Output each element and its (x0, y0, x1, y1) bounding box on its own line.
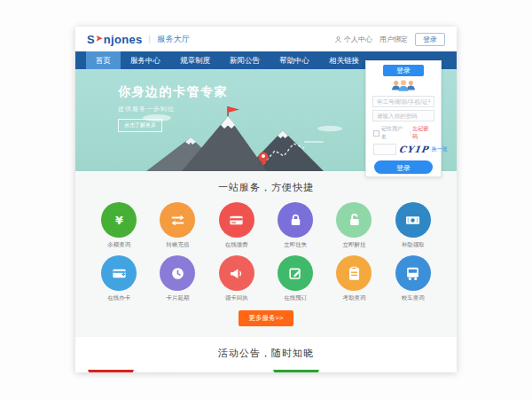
service-item-6[interactable]: 在线办卡 (90, 255, 148, 302)
svg-text:¥: ¥ (115, 213, 123, 226)
logo-text-prefix: S (87, 33, 95, 46)
service-item-label: 在线缴费 (207, 241, 266, 249)
page: S➤njones | 服务大厅 个人中心 用户绑定 登录 首页服务中心规章制度新… (75, 27, 457, 372)
service-item-label: 考勤查询 (325, 294, 383, 302)
login-submit-button[interactable]: 登录 (374, 160, 433, 174)
header-login-button[interactable]: 登录 (415, 33, 445, 46)
edit-icon (278, 255, 313, 291)
user-bind-link[interactable]: 用户绑定 (379, 35, 408, 44)
logo-divider: | (149, 35, 152, 43)
banknote-icon (395, 202, 431, 238)
services-grid: ¥余额查询转账充值在线缴费立即挂失立即解挂补助领取在线办卡卡片延期领卡回执在线预… (75, 202, 457, 302)
hero-subtitle: 提供服务一步到位 (118, 105, 228, 113)
personal-center-link[interactable]: 个人中心 (334, 35, 372, 44)
more-services-button[interactable]: 更多服务>> (239, 310, 294, 326)
login-tab[interactable]: 登录 (383, 65, 424, 76)
announcements-left-column: 使用指南 最新公告 更多>> (88, 368, 259, 372)
captcha-image[interactable]: CY1P (398, 145, 429, 154)
service-item-label: 立即挂失 (266, 241, 325, 249)
username-input[interactable] (372, 96, 434, 107)
megaphone-icon (219, 255, 254, 291)
bus-icon (395, 255, 431, 291)
service-item-11[interactable]: 校车查询 (384, 255, 442, 302)
password-input[interactable] (372, 110, 434, 121)
nav-item-1[interactable]: 服务中心 (121, 51, 170, 69)
service-item-label: 在线办卡 (90, 294, 148, 302)
service-item-8[interactable]: 领卡回执 (207, 255, 266, 302)
logo-arrow-icon: ➤ (96, 34, 103, 43)
lock-icon (278, 202, 313, 238)
card-plus-icon (101, 255, 137, 291)
announcements-title: 活动公告，随时知晓 (75, 347, 457, 360)
service-item-label: 校车查询 (384, 294, 442, 302)
remember-label: 记住用户名 (381, 125, 408, 141)
announcements-section: 活动公告，随时知晓 使用指南 最新公告 更多>> 使用指南 更多>> (75, 337, 457, 372)
forgot-password-link[interactable]: 忘记密码 (412, 125, 434, 141)
service-item-3[interactable]: 立即挂失 (266, 202, 325, 249)
users-icon (390, 78, 417, 93)
service-item-1[interactable]: 转账充值 (148, 202, 207, 249)
service-item-2[interactable]: 在线缴费 (207, 202, 266, 249)
logo[interactable]: S➤njones | 服务大厅 (87, 33, 190, 46)
announcements-right-column: 使用指南 更多>> (273, 368, 444, 372)
services-section: 一站服务，方便快捷 ¥余额查询转账充值在线缴费立即挂失立即解挂补助领取在线办卡卡… (75, 171, 457, 337)
captcha-refresh-link[interactable]: 换一张 (432, 145, 448, 153)
service-item-label: 卡片延期 (148, 294, 207, 302)
nav-item-3[interactable]: 新闻公告 (220, 51, 270, 69)
captcha-input[interactable] (373, 144, 396, 155)
unlock-icon (336, 202, 372, 238)
login-panel: 登录 记住用户名 | 忘记密码 CY1P 换一张 登录 (365, 60, 442, 177)
service-item-5[interactable]: 补助领取 (384, 202, 442, 249)
service-item-10[interactable]: 考勤查询 (325, 255, 383, 302)
hero-cta-button[interactable]: 点击了解更多 (118, 119, 162, 132)
logo-text-suffix: njones (104, 33, 143, 46)
tab-usage-guide-right[interactable]: 使用指南 (273, 370, 319, 372)
service-item-label: 领卡回执 (207, 294, 266, 302)
transfer-icon (160, 202, 195, 238)
service-item-4[interactable]: 立即解挂 (325, 202, 383, 249)
service-item-label: 余额查询 (90, 241, 148, 249)
nav-item-2[interactable]: 规章制度 (170, 51, 220, 69)
tab-usage-guide-left[interactable]: 使用指南 (88, 370, 134, 372)
nav-item-4[interactable]: 帮助中心 (270, 51, 319, 69)
services-title: 一站服务，方便快捷 (75, 181, 457, 194)
service-item-label: 转账充值 (148, 241, 207, 249)
service-item-label: 补助领取 (384, 241, 442, 249)
nav-item-5[interactable]: 相关链接 (319, 51, 369, 69)
nav-item-0[interactable]: 首页 (86, 51, 121, 69)
remember-checkbox[interactable] (373, 130, 379, 137)
site-name: 服务大厅 (157, 34, 190, 45)
clock-icon (160, 255, 195, 291)
user-icon (334, 35, 342, 43)
yuan-icon: ¥ (101, 202, 137, 238)
service-item-label: 在线预订 (266, 294, 325, 302)
tab-latest-announcements[interactable]: 最新公告 (145, 372, 171, 372)
separator: | (410, 130, 411, 136)
top-header: S➤njones | 服务大厅 个人中心 用户绑定 登录 (75, 27, 457, 51)
service-item-label: 立即解挂 (325, 241, 383, 249)
card-icon (219, 202, 254, 238)
clipboard-icon (336, 255, 372, 291)
service-item-0[interactable]: ¥余额查询 (90, 202, 148, 249)
service-item-7[interactable]: 卡片延期 (148, 255, 207, 302)
service-item-9[interactable]: 在线预订 (266, 255, 325, 302)
hero-title: 你身边的卡管专家 (118, 84, 228, 100)
